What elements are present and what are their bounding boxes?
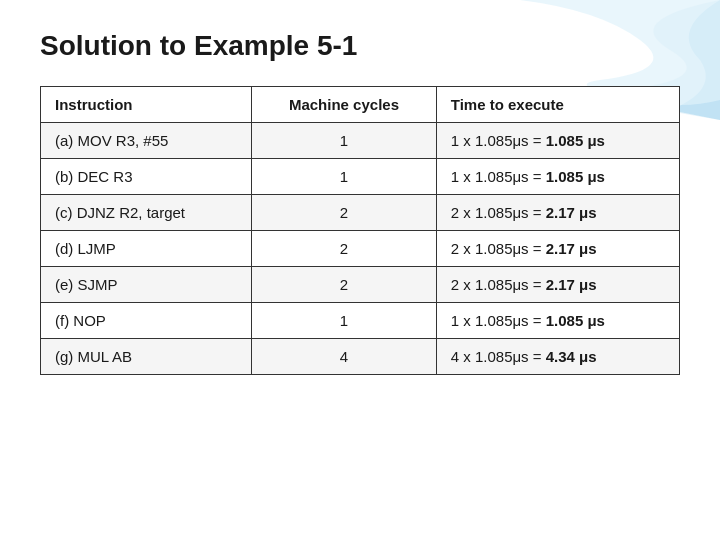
cell-cycles: 1	[252, 123, 437, 159]
time-bold-result: 1.085 μs	[546, 168, 605, 185]
time-prefix: 1 x 1.085μs =	[451, 168, 546, 185]
cell-instruction: (f) NOP	[41, 303, 252, 339]
cell-cycles: 1	[252, 159, 437, 195]
cell-time: 1 x 1.085μs = 1.085 μs	[436, 159, 679, 195]
cell-cycles: 2	[252, 267, 437, 303]
machine-cycles-label: Machine cycles	[289, 96, 399, 113]
time-prefix: 2 x 1.085μs =	[451, 204, 546, 221]
col-header-machine-cycles: Machine cycles	[252, 87, 437, 123]
cell-instruction: (e) SJMP	[41, 267, 252, 303]
cell-instruction: (b) DEC R3	[41, 159, 252, 195]
table-row: (a) MOV R3, #5511 x 1.085μs = 1.085 μs	[41, 123, 680, 159]
cell-instruction: (a) MOV R3, #55	[41, 123, 252, 159]
time-prefix: 1 x 1.085μs =	[451, 312, 546, 329]
cell-instruction: (d) LJMP	[41, 231, 252, 267]
cell-time: 2 x 1.085μs = 2.17 μs	[436, 267, 679, 303]
time-bold-result: 2.17 μs	[546, 204, 597, 221]
table-row: (f) NOP11 x 1.085μs = 1.085 μs	[41, 303, 680, 339]
col-header-instruction: Instruction	[41, 87, 252, 123]
time-bold-result: 4.34 μs	[546, 348, 597, 365]
time-prefix: 1 x 1.085μs =	[451, 132, 546, 149]
page-title: Solution to Example 5-1	[40, 30, 680, 62]
time-prefix: 4 x 1.085μs =	[451, 348, 546, 365]
cell-time: 1 x 1.085μs = 1.085 μs	[436, 303, 679, 339]
cell-time: 2 x 1.085μs = 2.17 μs	[436, 231, 679, 267]
table-row: (c) DJNZ R2, target22 x 1.085μs = 2.17 μ…	[41, 195, 680, 231]
time-bold-result: 1.085 μs	[546, 132, 605, 149]
time-bold-result: 1.085 μs	[546, 312, 605, 329]
time-prefix: 2 x 1.085μs =	[451, 240, 546, 257]
cell-instruction: (g) MUL AB	[41, 339, 252, 375]
cell-cycles: 2	[252, 231, 437, 267]
table-row: (e) SJMP22 x 1.085μs = 2.17 μs	[41, 267, 680, 303]
cell-time: 1 x 1.085μs = 1.085 μs	[436, 123, 679, 159]
cell-cycles: 2	[252, 195, 437, 231]
time-bold-result: 2.17 μs	[546, 240, 597, 257]
table-row: (b) DEC R311 x 1.085μs = 1.085 μs	[41, 159, 680, 195]
instruction-table: Instruction Machine cycles Time to execu…	[40, 86, 680, 375]
cell-time: 4 x 1.085μs = 4.34 μs	[436, 339, 679, 375]
time-bold-result: 2.17 μs	[546, 276, 597, 293]
table-row: (d) LJMP22 x 1.085μs = 2.17 μs	[41, 231, 680, 267]
col-header-time-to-execute: Time to execute	[436, 87, 679, 123]
cell-cycles: 4	[252, 339, 437, 375]
cell-instruction: (c) DJNZ R2, target	[41, 195, 252, 231]
cell-time: 2 x 1.085μs = 2.17 μs	[436, 195, 679, 231]
table-row: (g) MUL AB44 x 1.085μs = 4.34 μs	[41, 339, 680, 375]
cell-cycles: 1	[252, 303, 437, 339]
time-prefix: 2 x 1.085μs =	[451, 276, 546, 293]
